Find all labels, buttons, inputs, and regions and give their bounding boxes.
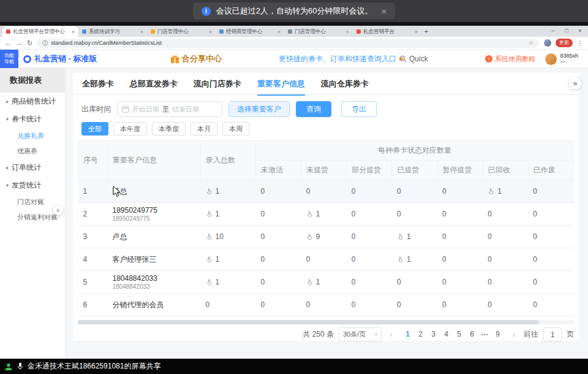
app-logo[interactable]: 礼盒营销 - 标准版 [23, 50, 97, 68]
page-number-button[interactable]: 2 [414, 327, 427, 342]
sidebar-subitem[interactable]: 优惠券 [0, 143, 65, 159]
quick-filter-chip[interactable]: 本年度 [113, 122, 147, 135]
prev-page-button[interactable]: ‹ [386, 330, 396, 339]
new-tab-button[interactable]: + [421, 26, 431, 37]
status-column-header: 已回收 [483, 161, 528, 180]
quick-search[interactable]: Quick [399, 50, 428, 68]
search-button[interactable]: 查询 [296, 101, 331, 117]
count-cell: 1 [392, 248, 437, 271]
page-number-button[interactable]: 3 [427, 327, 440, 342]
tap-count-icon[interactable] [206, 188, 213, 195]
page-number-button[interactable]: 6 [466, 327, 478, 342]
sidebar-subitem[interactable]: 兑换礼券 [0, 128, 65, 143]
page-size-select[interactable]: 30条/页 ▾ [339, 327, 382, 342]
browser-menu-icon[interactable]: ⋮ [577, 40, 583, 47]
browser-tab[interactable]: 礼盒营销平台管理中心× [2, 26, 78, 37]
tap-count-icon[interactable] [488, 188, 495, 195]
count-cell: 0 [256, 248, 301, 271]
table-row[interactable]: 3卢总100901000 [78, 226, 574, 248]
close-window-icon[interactable]: × [573, 26, 587, 36]
quick-filter-chip[interactable]: 本周 [222, 122, 249, 135]
table-row[interactable]: 1韩总10000010 [78, 180, 574, 203]
page-number-button[interactable]: 9 [491, 327, 504, 342]
card-tab[interactable]: 全部券卡 [82, 73, 114, 95]
tap-count-icon[interactable] [206, 256, 213, 263]
tap-count-icon[interactable] [306, 233, 314, 240]
sidebar-item[interactable]: ▸商品销售统计 [0, 93, 65, 110]
tap-count-icon[interactable] [206, 210, 213, 218]
export-button[interactable]: 导出 [341, 101, 377, 117]
tutorial-link[interactable]: ? 系统使用教程 [485, 50, 535, 68]
table-row[interactable]: 6分销代理的会员00000000 [78, 294, 574, 316]
count-cell: 0 [437, 271, 483, 294]
tab-close-icon[interactable]: × [140, 29, 143, 35]
date-range-picker[interactable]: 开始日期 至 结束日期 [117, 101, 222, 117]
select-customer-button[interactable]: 选择重要客户 [228, 101, 290, 117]
info-icon: i [202, 7, 211, 16]
next-page-button[interactable]: › [509, 330, 519, 339]
collapse-panel-button[interactable]: » [569, 77, 581, 90]
table-row[interactable]: 4客户经理张三10001000 [78, 248, 574, 271]
close-icon[interactable]: × [381, 7, 386, 16]
scrollbar-thumb[interactable] [78, 320, 539, 324]
goto-page-input[interactable] [543, 327, 562, 342]
count-cell: 0 [528, 180, 573, 203]
back-icon[interactable]: ← [5, 39, 12, 47]
count-cell: 0 [528, 316, 573, 319]
tap-count-icon[interactable] [306, 210, 314, 218]
tab-close-icon[interactable]: × [346, 29, 349, 35]
share-center-link[interactable]: 合分享中心 [170, 50, 222, 68]
table-row[interactable]: 7唐总2001801000 [78, 316, 574, 319]
browser-profile-avatar[interactable] [544, 39, 551, 47]
tap-count-icon[interactable] [206, 278, 213, 286]
quick-entry-link[interactable]: 更快捷的券卡、订单和快递查询入口 ☛ [279, 50, 405, 68]
tab-close-icon[interactable]: × [72, 29, 75, 35]
tap-count-icon[interactable] [397, 233, 404, 240]
tab-close-icon[interactable]: × [277, 29, 281, 35]
sidebar-item[interactable]: ▾发货统计 [0, 177, 65, 194]
screen-share-bar: 金禾通技术王斌18662591081的屏幕共享 [0, 359, 588, 374]
refresh-icon[interactable]: ↻ [27, 39, 32, 47]
forward-icon[interactable]: → [16, 39, 23, 47]
sidebar-item[interactable]: ▾券卡统计 [0, 110, 65, 128]
quick-filter-chip[interactable]: 本月 [190, 122, 217, 135]
quick-filter-chip[interactable]: 全部 [81, 122, 108, 135]
browser-tab[interactable]: 门店管理中心× [284, 26, 353, 37]
browser-tab[interactable]: 门店管理中心× [147, 26, 216, 37]
customer-cell: 分销代理的会员 [108, 294, 201, 316]
count-cell: 0 [392, 203, 437, 226]
card-tab[interactable]: 总部直发券卡 [130, 73, 178, 95]
browser-tab[interactable]: 经销商管理中心× [216, 26, 284, 37]
sidebar-toggle-button[interactable]: ≡ [53, 205, 63, 215]
maximize-icon[interactable]: □ [560, 26, 573, 36]
bookmark-star-icon[interactable]: ☆ [529, 40, 533, 46]
site-info-icon[interactable]: ⓘ [42, 39, 48, 47]
tap-count-icon[interactable] [397, 256, 404, 263]
card-tab[interactable]: 重要客户信息 [257, 73, 305, 95]
count-cell: 1 [301, 203, 347, 226]
url-box[interactable]: ⓘ standard.maboy.cn/CardMemberStatistics… [37, 39, 539, 48]
card-tab[interactable]: 流向仓库券卡 [321, 73, 369, 95]
tab-close-icon[interactable]: × [415, 29, 418, 35]
user-account[interactable]: 8385xh xh [545, 50, 578, 68]
count-cell: 0 [528, 294, 573, 316]
browser-tab[interactable]: 礼盒营销平台× [353, 26, 421, 37]
date-filter-label: 出库时间 [81, 104, 111, 115]
browser-update-button[interactable]: 更新 [556, 39, 573, 47]
tab-close-icon[interactable]: × [209, 29, 212, 35]
page-number-button[interactable]: 1 [401, 327, 414, 342]
page-number-button[interactable]: 5 [453, 327, 466, 342]
page-number-button[interactable]: 4 [440, 327, 453, 342]
browser-tab[interactable]: 系统培训学习× [78, 26, 147, 37]
count-cell: 0 [347, 271, 392, 294]
minimize-icon[interactable]: – [546, 26, 560, 36]
function-nav-button[interactable]: 功能 导航 [0, 50, 18, 68]
table-row[interactable]: 2189502497751895024977510100000 [78, 203, 574, 226]
tap-count-icon[interactable] [206, 233, 213, 240]
table-row[interactable]: 5180488420331804884203310100000 [78, 271, 574, 294]
quick-filter-chip[interactable]: 本季度 [152, 122, 186, 135]
tap-count-icon[interactable] [306, 278, 314, 286]
horizontal-scrollbar[interactable] [78, 320, 574, 324]
sidebar-item[interactable]: ▸订单统计 [0, 159, 65, 177]
card-tab[interactable]: 流向门店券卡 [194, 73, 241, 95]
